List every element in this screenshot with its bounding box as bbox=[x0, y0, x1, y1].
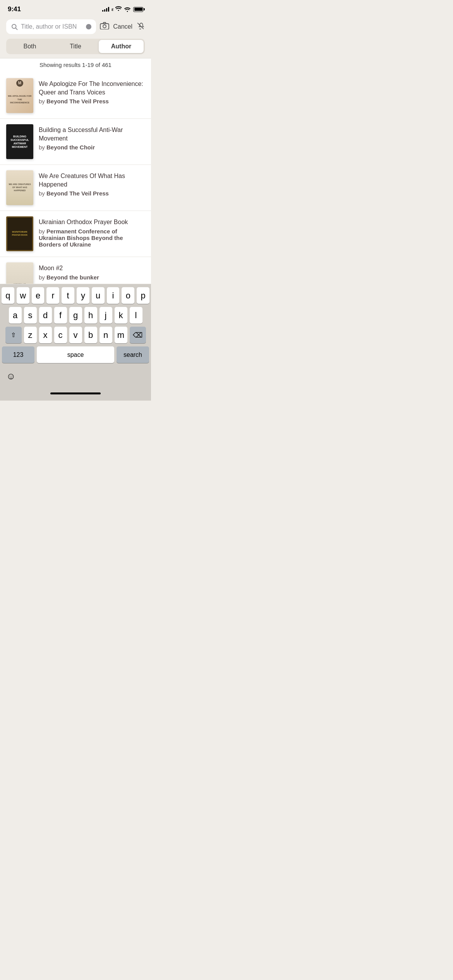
key-c[interactable]: c bbox=[54, 327, 67, 343]
key-l[interactable]: l bbox=[130, 307, 142, 324]
key-w[interactable]: w bbox=[17, 287, 29, 304]
key-j[interactable]: j bbox=[100, 307, 112, 324]
key-h[interactable]: h bbox=[84, 307, 97, 324]
key-d[interactable]: d bbox=[39, 307, 52, 324]
status-bar: 9:41 𝛆 bbox=[0, 0, 151, 16]
keyboard-row-4: 123 space search bbox=[2, 346, 149, 363]
list-item[interactable]: WE APOLOGIZE FOR THE INCONVENIENCE We Ap… bbox=[0, 73, 151, 119]
book-cover: WE ARE CREATURES OF WHAT HAS HAPPENED bbox=[6, 170, 33, 205]
key-f[interactable]: f bbox=[54, 307, 67, 324]
tab-author[interactable]: Author bbox=[99, 40, 144, 53]
filter-tabs: Both Title Author bbox=[6, 39, 145, 54]
mic-icon bbox=[86, 24, 91, 29]
book-cover: МОЛИТОВНИК PRAYER BOOK bbox=[6, 216, 33, 251]
key-g[interactable]: g bbox=[69, 307, 82, 324]
search-input-wrapper[interactable]: Title, author or ISBN bbox=[6, 19, 96, 34]
key-q[interactable]: q bbox=[2, 287, 14, 304]
home-indicator-container bbox=[0, 389, 151, 401]
book-author: by Beyond The Veil Press bbox=[39, 98, 145, 105]
key-m[interactable]: m bbox=[115, 327, 127, 343]
keyboard-row-1: q w e r t y u i o p bbox=[2, 287, 149, 304]
book-author: by Beyond the bunker bbox=[39, 274, 145, 281]
keyboard-row-2: a s d f g h j k l bbox=[2, 307, 149, 324]
book-title: Building a Successful Anti-War Movement bbox=[39, 126, 145, 142]
key-x[interactable]: x bbox=[39, 327, 52, 343]
book-info: We Apologize For The Inconvenience: Quee… bbox=[39, 78, 145, 105]
book-title: We Are Creatures Of What Has Happened bbox=[39, 172, 145, 188]
status-time: 9:41 bbox=[8, 5, 21, 13]
key-e[interactable]: e bbox=[32, 287, 45, 304]
book-author: by Beyond the Choir bbox=[39, 144, 145, 151]
space-key[interactable]: space bbox=[37, 346, 114, 363]
cancel-button[interactable]: Cancel bbox=[113, 23, 132, 30]
book-title: Ukrainian Orthodox Prayer Book bbox=[39, 218, 145, 226]
book-info: Moon #2 by Beyond the bunker bbox=[39, 262, 145, 281]
key-k[interactable]: k bbox=[115, 307, 127, 324]
delete-key[interactable]: ⌫ bbox=[130, 327, 146, 343]
key-y[interactable]: y bbox=[77, 287, 89, 304]
search-icon bbox=[11, 23, 18, 30]
key-o[interactable]: o bbox=[122, 287, 134, 304]
wifi-icon: 𝛆 bbox=[112, 6, 122, 12]
search-key[interactable]: search bbox=[117, 346, 149, 363]
key-t[interactable]: t bbox=[62, 287, 74, 304]
emoji-button[interactable]: ☺ bbox=[6, 371, 16, 382]
tab-title[interactable]: Title bbox=[53, 40, 98, 53]
key-r[interactable]: r bbox=[46, 287, 59, 304]
search-placeholder: Title, author or ISBN bbox=[21, 23, 83, 30]
shift-key[interactable]: ⇧ bbox=[5, 327, 22, 343]
book-cover: WE APOLOGIZE FOR THE INCONVENIENCE bbox=[6, 78, 33, 113]
list-item[interactable]: WE ARE CREATURES OF WHAT HAS HAPPENED We… bbox=[0, 165, 151, 211]
list-item[interactable]: MOON #2 Moon #2 by Beyond the bunker bbox=[0, 257, 151, 284]
book-info: We Are Creatures Of What Has Happened by… bbox=[39, 170, 145, 197]
notification-button[interactable] bbox=[136, 22, 145, 32]
book-info: Building a Successful Anti-War Movement … bbox=[39, 124, 145, 151]
book-author: by Permanent Conference of Ukrainian Bis… bbox=[39, 228, 145, 248]
key-u[interactable]: u bbox=[92, 287, 105, 304]
wifi-icon bbox=[124, 7, 131, 12]
keyboard: q w e r t y u i o p a s d f g h j k l ⇧ … bbox=[0, 284, 151, 368]
results-count: Showing results 1-19 of 461 bbox=[0, 58, 151, 73]
key-p[interactable]: p bbox=[137, 287, 149, 304]
keyboard-row-3: ⇧ z x c v b n m ⌫ bbox=[2, 327, 149, 343]
bottom-bar: ☺ bbox=[0, 368, 151, 389]
book-info: Ukrainian Orthodox Prayer Book by Perman… bbox=[39, 216, 145, 248]
key-z[interactable]: z bbox=[24, 327, 37, 343]
book-title: We Apologize For The Inconvenience: Quee… bbox=[39, 80, 145, 96]
signal-icon bbox=[102, 7, 109, 12]
svg-point-3 bbox=[103, 25, 106, 28]
battery-icon bbox=[133, 7, 143, 12]
book-cover: BUILDING SUCCESSFUL ANTIWAR MOVEMENT bbox=[6, 124, 33, 159]
camera-button[interactable] bbox=[100, 22, 109, 32]
list-item[interactable]: BUILDING SUCCESSFUL ANTIWAR MOVEMENT Bui… bbox=[0, 119, 151, 165]
key-v[interactable]: v bbox=[69, 327, 82, 343]
home-indicator bbox=[50, 392, 101, 394]
book-title: Moon #2 bbox=[39, 264, 145, 272]
list-item[interactable]: МОЛИТОВНИК PRAYER BOOK Ukrainian Orthodo… bbox=[0, 211, 151, 257]
book-list: WE APOLOGIZE FOR THE INCONVENIENCE We Ap… bbox=[0, 73, 151, 284]
status-icons: 𝛆 bbox=[102, 6, 143, 12]
key-n[interactable]: n bbox=[100, 327, 112, 343]
book-cover: MOON #2 bbox=[6, 262, 33, 284]
svg-line-1 bbox=[15, 28, 17, 29]
key-a[interactable]: a bbox=[9, 307, 22, 324]
key-s[interactable]: s bbox=[24, 307, 37, 324]
search-bar-container: Title, author or ISBN Cancel bbox=[0, 16, 151, 39]
numbers-key[interactable]: 123 bbox=[2, 346, 34, 363]
tab-both[interactable]: Both bbox=[7, 40, 52, 53]
key-b[interactable]: b bbox=[84, 327, 97, 343]
book-author: by Beyond The Veil Press bbox=[39, 190, 145, 197]
key-i[interactable]: i bbox=[107, 287, 120, 304]
